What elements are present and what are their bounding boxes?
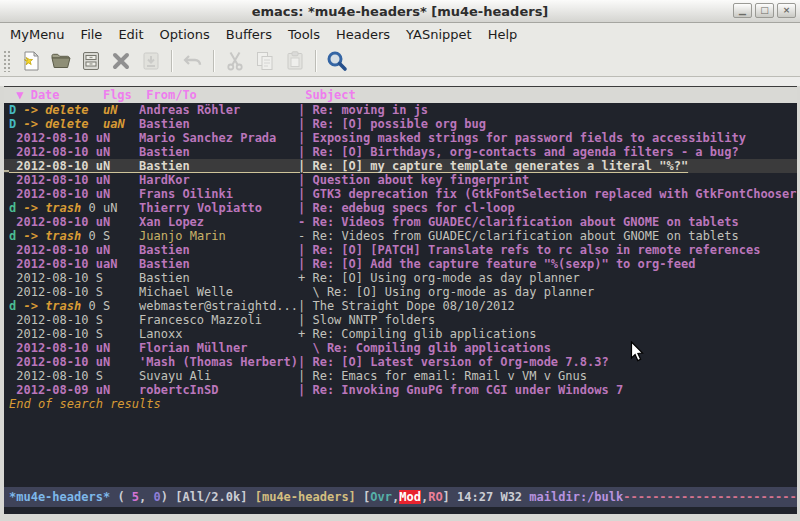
list-item[interactable]: D -> delete uN Andreas Röhler | Re: movi… bbox=[4, 103, 797, 117]
menu-item-file[interactable]: File bbox=[73, 25, 111, 44]
toolbar-separator bbox=[315, 50, 317, 72]
message-list: D -> delete uN Andreas Röhler | Re: movi… bbox=[4, 103, 797, 397]
list-item[interactable]: 2012-08-10 S Bastien + Re: [O] Using org… bbox=[4, 271, 797, 285]
list-item[interactable]: 2012-08-10 uaN Bastien | Re: [O] Add the… bbox=[4, 257, 797, 271]
toolbar bbox=[0, 45, 800, 77]
search-icon[interactable] bbox=[322, 47, 352, 75]
menu-item-help[interactable]: Help bbox=[480, 25, 526, 44]
menu-item-options[interactable]: Options bbox=[152, 25, 218, 44]
emacs-window: emacs: *mu4e-headers* [mu4e-headers] ▁□×… bbox=[0, 0, 800, 521]
maximize-button[interactable]: □ bbox=[755, 3, 774, 18]
minimize-button[interactable]: ▁ bbox=[733, 3, 752, 18]
toolbar-separator bbox=[171, 50, 173, 72]
list-item[interactable]: 2012-08-10 uN Bastien | Re: [O] my captu… bbox=[4, 159, 797, 173]
list-item[interactable]: 2012-08-10 uN Frans Oilinki | GTK3 depre… bbox=[4, 187, 797, 201]
list-item[interactable]: 2012-08-10 uN 'Mash (Thomas Herbert)| Re… bbox=[4, 355, 797, 369]
list-item[interactable]: 2012-08-10 uN Xan Lopez - Re: Videos fro… bbox=[4, 215, 797, 229]
title-bar[interactable]: emacs: *mu4e-headers* [mu4e-headers] ▁□× bbox=[0, 0, 800, 23]
window-title: emacs: *mu4e-headers* [mu4e-headers] bbox=[252, 4, 549, 19]
close-button[interactable]: × bbox=[777, 3, 796, 18]
list-item[interactable]: 2012-08-10 uN Mario Sanchez Prada | Expo… bbox=[4, 131, 797, 145]
list-item[interactable]: 2012-08-10 uN Florian Müllner \ Re: Comp… bbox=[4, 341, 797, 355]
toolbar-grip-handle[interactable] bbox=[3, 50, 12, 72]
list-item[interactable]: 2012-08-10 S Lanoxx + Re: Compiling glib… bbox=[4, 327, 797, 341]
echo-area[interactable] bbox=[4, 507, 797, 514]
menu-item-headers[interactable]: Headers bbox=[328, 25, 398, 44]
list-item[interactable]: 2012-08-10 S Suvayu Ali | Re: Emacs for … bbox=[4, 369, 797, 383]
list-item[interactable]: d -> trash 0 uN Thierry Volpiatto | Re: … bbox=[4, 201, 797, 215]
fringe-marker bbox=[4, 170, 9, 172]
menu-item-yasnippet[interactable]: YASnippet bbox=[398, 25, 480, 44]
menu-item-tools[interactable]: Tools bbox=[280, 25, 328, 44]
list-item[interactable]: 2012-08-10 S Francesco Mazzoli | Slow NN… bbox=[4, 313, 797, 327]
mode-line: *mu4e-headers* ( 5, 0) [All/2.0k] [mu4e-… bbox=[4, 487, 797, 507]
paste-icon bbox=[280, 47, 310, 75]
buffer-empty-space bbox=[4, 411, 797, 487]
list-item[interactable]: 2012-08-09 uN robertcInSD | Re: Invoking… bbox=[4, 383, 797, 397]
save-as-icon bbox=[136, 47, 166, 75]
copy-icon bbox=[250, 47, 280, 75]
toolbar-separator bbox=[213, 50, 215, 72]
new-file-icon[interactable] bbox=[16, 47, 46, 75]
menu-bar: MyMenuFileEditOptionsBuffersToolsHeaders… bbox=[0, 23, 800, 45]
headers-column-header[interactable]: ▼ Date Flgs From/To Subject bbox=[4, 87, 797, 103]
list-item[interactable]: 2012-08-10 uN Bastien | Re: [O] [PATCH] … bbox=[4, 243, 797, 257]
end-of-results-text: End of search results bbox=[4, 397, 797, 411]
open-file-icon[interactable] bbox=[46, 47, 76, 75]
menu-item-mymenu[interactable]: MyMenu bbox=[2, 25, 73, 44]
close-buffer-icon[interactable] bbox=[106, 47, 136, 75]
list-item[interactable]: D -> delete uaN Bastien | Re: [O] possib… bbox=[4, 117, 797, 131]
list-item[interactable]: d -> trash 0 S webmaster@straightd...| T… bbox=[4, 299, 797, 313]
list-item[interactable]: 2012-08-10 uN Bastien | Re: [O] Birthday… bbox=[4, 145, 797, 159]
list-item[interactable]: 2012-08-10 uN HardKor | Question about k… bbox=[4, 173, 797, 187]
emacs-buffer: ▼ Date Flgs From/To Subject D -> delete … bbox=[4, 86, 797, 514]
save-icon[interactable] bbox=[76, 47, 106, 75]
toolbar-gap bbox=[0, 77, 800, 86]
window-border bbox=[0, 514, 800, 521]
undo-icon bbox=[178, 47, 208, 75]
window-buttons: ▁□× bbox=[733, 3, 796, 18]
menu-item-buffers[interactable]: Buffers bbox=[218, 25, 280, 44]
list-item[interactable]: d -> trash 0 S Juanjo Marin - Re: Videos… bbox=[4, 229, 797, 243]
list-item[interactable]: 2012-08-10 S Michael Welle \ Re: [O] Usi… bbox=[4, 285, 797, 299]
cut-icon bbox=[220, 47, 250, 75]
menu-item-edit[interactable]: Edit bbox=[110, 25, 151, 44]
